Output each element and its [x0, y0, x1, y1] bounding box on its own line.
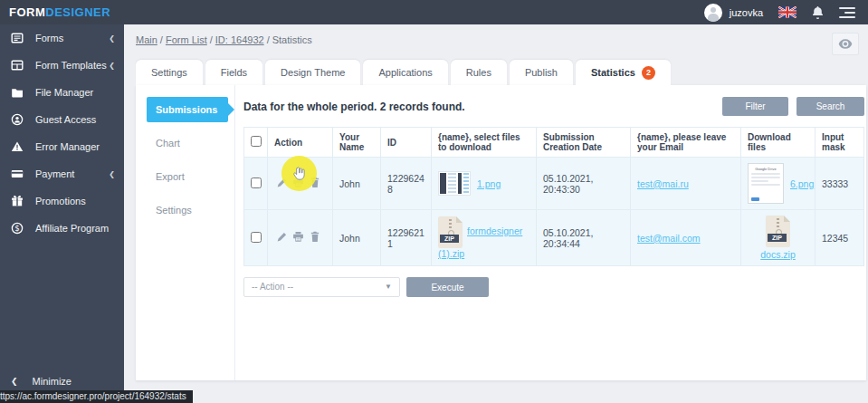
cell-id: 12296248	[381, 158, 432, 210]
subnav-item-export[interactable]: Export	[147, 164, 228, 189]
logo-text-form: FORM	[9, 5, 45, 19]
tab-fields[interactable]: Fields	[205, 60, 262, 85]
cell-id: 12296211	[381, 210, 432, 266]
submissions-content: Data for the whole period. 2 records fou…	[235, 85, 868, 380]
sidebar-item-guest-access[interactable]: Guest Access	[0, 106, 124, 133]
form-templates-icon	[11, 59, 24, 72]
statistics-count-badge: 2	[642, 66, 655, 80]
language-flag-icon[interactable]	[778, 6, 796, 18]
sidebar-item-file-manager[interactable]: File Manager	[0, 79, 124, 106]
breadcrumb-link-form-id[interactable]: ID: 164932	[215, 34, 264, 45]
cell-created: 05.10.2021, 20:43:30	[537, 158, 631, 210]
cell-input-mask: 12345	[816, 210, 864, 266]
tab-statistics[interactable]: Statistics 2	[576, 60, 671, 85]
submenu-chevron-icon: ❮	[109, 170, 115, 178]
form-tabs: Settings Fields Design Theme Application…	[136, 60, 671, 85]
email-link[interactable]: test@mai.ru	[637, 178, 689, 189]
select-caret-icon: ▼	[385, 278, 392, 296]
submissions-table: Action Your Name ID {name}, select files…	[243, 127, 864, 266]
main-sidebar: Forms ❮ Form Templates ❮ File Manager Gu…	[0, 24, 124, 403]
user-avatar[interactable]	[704, 4, 722, 22]
zip-file-icon[interactable]: ZIP	[438, 216, 463, 248]
column-header-download: Download files	[741, 128, 816, 158]
records-summary: Data for the whole period. 2 records fou…	[243, 101, 722, 113]
bell-icon[interactable]	[812, 6, 824, 19]
sidebar-item-affiliate-program[interactable]: $ Affiliate Program	[0, 215, 124, 242]
browser-status-bar: ttps://ac.formdesigner.pro/project/16493…	[0, 390, 193, 403]
form-preview-thumbnail[interactable]: Google Drive	[748, 163, 784, 204]
sidebar-item-form-templates[interactable]: Form Templates ❮	[0, 52, 124, 79]
edit-pencil-icon[interactable]	[276, 232, 287, 245]
collapse-chevron-icon: ❮	[11, 377, 18, 386]
table-header-row: Action Your Name ID {name}, select files…	[244, 128, 864, 158]
payment-icon	[11, 168, 24, 180]
column-header-select-files: {name}, select files to download	[432, 128, 537, 158]
column-header-input-mask: Input mask	[816, 128, 864, 158]
column-header-id: ID	[381, 128, 432, 158]
image-preview-thumbnail[interactable]	[438, 171, 471, 196]
app-window: FORMDESIGNER juzovka	[0, 0, 868, 403]
select-all-checkbox[interactable]	[251, 136, 262, 147]
svg-text:$: $	[14, 224, 19, 233]
search-button[interactable]: Search	[796, 97, 864, 116]
sidebar-item-error-manager[interactable]: Error Manager	[0, 133, 124, 160]
statistics-panel: Submissions Chart Export Settings Data f…	[136, 85, 866, 380]
table-row: John 12296211 ZIPformdesigner (1).zip 05…	[244, 210, 864, 266]
cell-created: 05.10.2021, 20:34:44	[537, 210, 631, 266]
cell-your-name: John	[333, 158, 381, 210]
sidebar-item-payment[interactable]: Payment ❮	[0, 160, 124, 187]
tab-applications[interactable]: Applications	[363, 60, 447, 85]
sidebar-item-forms[interactable]: Forms ❮	[0, 24, 124, 52]
subnav-item-chart[interactable]: Chart	[147, 130, 228, 156]
preview-eye-button[interactable]	[832, 33, 859, 55]
breadcrumb-link-main[interactable]: Main	[136, 34, 157, 45]
breadcrumb-current: Statistics	[272, 34, 312, 45]
tab-settings[interactable]: Settings	[136, 60, 203, 85]
select-file-link[interactable]: 1.png	[477, 178, 501, 189]
filter-button[interactable]: Filter	[722, 97, 788, 116]
print-icon[interactable]	[292, 231, 304, 245]
breadcrumb-link-form-list[interactable]: Form List	[166, 34, 207, 45]
delete-trash-icon[interactable]	[310, 231, 320, 245]
sidebar-item-promotions[interactable]: Promotions	[0, 187, 124, 215]
cell-your-name: John	[333, 210, 381, 266]
main-content-area: Main/Form List/ID: 164932/Statistics Set…	[124, 24, 868, 403]
download-file-link[interactable]: docs.zip	[760, 249, 796, 260]
execute-button[interactable]: Execute	[406, 277, 489, 297]
print-icon[interactable]	[292, 177, 304, 190]
forms-icon	[11, 32, 24, 44]
username-label[interactable]: juzovka	[730, 7, 763, 18]
subnav-item-settings[interactable]: Settings	[147, 197, 228, 223]
zip-file-icon[interactable]: ZIP	[766, 216, 790, 247]
tab-rules[interactable]: Rules	[451, 60, 507, 85]
column-header-email: {name}, please leave your Email	[631, 128, 741, 158]
file-manager-icon	[11, 86, 24, 99]
logo-text-designer: DESIGNER	[45, 5, 110, 19]
download-file-link[interactable]: 6.png	[790, 178, 814, 189]
statistics-subnav: Submissions Chart Export Settings	[136, 85, 235, 380]
guest-access-icon	[11, 113, 24, 126]
tab-design-theme[interactable]: Design Theme	[265, 60, 360, 85]
breadcrumb: Main/Form List/ID: 164932/Statistics	[136, 34, 859, 56]
row-checkbox[interactable]	[251, 232, 262, 243]
affiliate-program-icon: $	[11, 222, 24, 235]
tab-publish[interactable]: Publish	[510, 60, 573, 85]
hamburger-menu-icon[interactable]	[839, 7, 855, 18]
column-header-your-name: Your Name	[333, 128, 381, 158]
bulk-action-select[interactable]: -- Action -- ▼	[243, 277, 400, 297]
top-bar: FORMDESIGNER juzovka	[0, 0, 868, 24]
cell-input-mask: 33333	[816, 158, 864, 210]
subnav-item-submissions[interactable]: Submissions	[147, 97, 228, 122]
app-logo[interactable]: FORMDESIGNER	[9, 5, 110, 19]
edit-pencil-icon[interactable]	[276, 178, 287, 190]
table-row: John 12296248 1.png 05.10.2021, 20:43:30…	[244, 158, 864, 210]
submenu-chevron-icon: ❮	[109, 62, 115, 70]
column-header-action: Action	[268, 128, 333, 158]
submenu-chevron-icon: ❮	[109, 34, 115, 43]
sidebar-minimize-button[interactable]: ❮ Minimize	[0, 371, 124, 391]
delete-trash-icon[interactable]	[310, 177, 320, 190]
error-manager-icon	[11, 140, 24, 153]
email-link[interactable]: test@mail.com	[637, 233, 701, 244]
row-checkbox[interactable]	[251, 178, 262, 188]
column-header-created: Submission Creation Date	[537, 128, 631, 158]
